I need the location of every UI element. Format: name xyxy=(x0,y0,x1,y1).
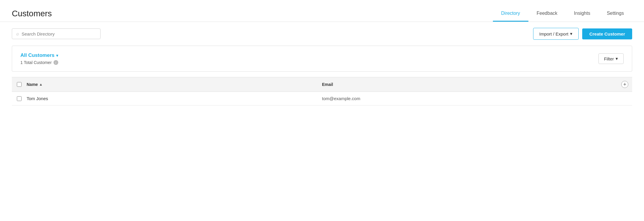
chevron-down-icon: ▾ xyxy=(616,56,618,61)
total-customer-label: 1 Total Customer xyxy=(20,60,52,65)
header-checkbox-cell xyxy=(12,82,27,87)
all-customers-label: All Customers xyxy=(20,52,54,58)
info-icon[interactable]: i xyxy=(54,60,58,65)
toolbar: ⌕ Import / Export ▾ Create Customer xyxy=(0,22,644,46)
row-checkbox[interactable] xyxy=(17,96,22,101)
row-checkbox-cell xyxy=(12,96,27,101)
tab-settings[interactable]: Settings xyxy=(598,5,632,22)
tab-feedback[interactable]: Feedback xyxy=(528,5,566,22)
import-export-label: Import / Export xyxy=(539,31,568,36)
chevron-down-icon: ▾ xyxy=(570,31,572,36)
column-header-email[interactable]: Email xyxy=(322,82,617,87)
sort-asc-icon: ▲ xyxy=(39,82,43,87)
column-header-name[interactable]: Name ▲ xyxy=(27,82,322,87)
total-customer: 1 Total Customer i xyxy=(20,60,58,65)
add-column-button[interactable]: + xyxy=(621,81,628,88)
import-export-button[interactable]: Import / Export ▾ xyxy=(533,28,579,40)
panel-left: All Customers ▾ 1 Total Customer i xyxy=(20,52,58,65)
chevron-down-icon: ▾ xyxy=(56,53,58,58)
table-header: Name ▲ Email + xyxy=(12,77,632,92)
create-customer-button[interactable]: Create Customer xyxy=(582,28,632,39)
column-email-label: Email xyxy=(322,82,333,87)
header: Customers Directory Feedback Insights Se… xyxy=(0,0,644,22)
search-input[interactable] xyxy=(22,31,96,36)
row-name: Tom Jones xyxy=(27,96,322,101)
all-customers-dropdown[interactable]: All Customers ▾ xyxy=(20,52,58,58)
column-name-label: Name xyxy=(27,82,38,87)
page-title: Customers xyxy=(12,9,52,18)
filter-button[interactable]: Filter ▾ xyxy=(598,53,624,64)
table-row: Tom Jones tom@example.com xyxy=(12,92,632,105)
filter-label: Filter xyxy=(604,56,614,61)
toolbar-actions: Import / Export ▾ Create Customer xyxy=(533,28,632,40)
customers-panel: All Customers ▾ 1 Total Customer i Filte… xyxy=(12,46,632,72)
add-column-cell: + xyxy=(617,81,632,88)
tab-directory[interactable]: Directory xyxy=(493,5,528,22)
select-all-checkbox[interactable] xyxy=(17,82,22,87)
search-box: ⌕ xyxy=(12,28,101,39)
nav-tabs: Directory Feedback Insights Settings xyxy=(493,5,632,22)
row-email: tom@example.com xyxy=(322,96,617,101)
table-container: Name ▲ Email + Tom Jones tom@example.com xyxy=(12,77,632,105)
search-icon: ⌕ xyxy=(16,31,19,36)
tab-insights[interactable]: Insights xyxy=(566,5,598,22)
